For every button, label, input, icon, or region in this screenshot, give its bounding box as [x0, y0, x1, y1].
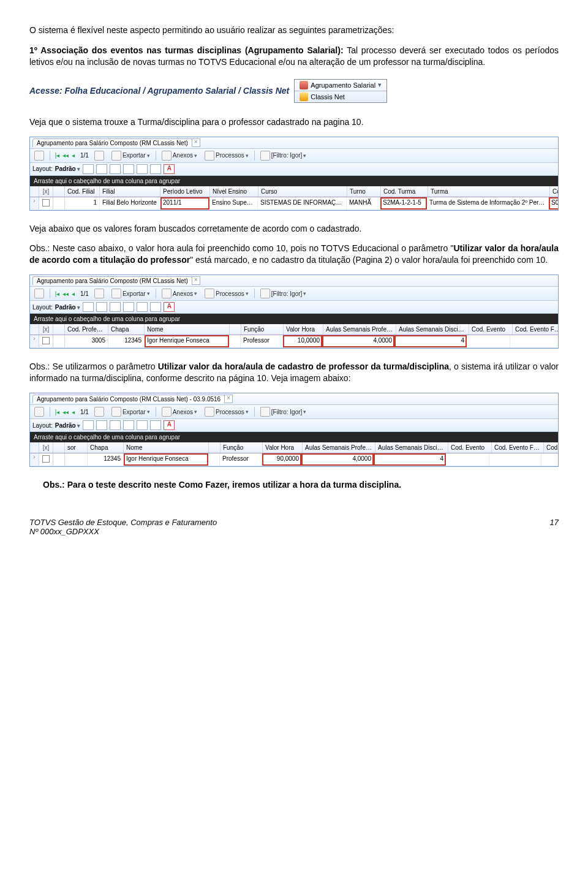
- column-header[interactable]: Cod. Disciplina: [550, 186, 559, 197]
- column-header[interactable]: Aulas Semanais Disciplina: [396, 324, 469, 335]
- group-bar[interactable]: Arraste aqui o cabeçalho de uma coluna p…: [30, 314, 558, 324]
- toolbar-button[interactable]: [92, 288, 106, 299]
- column-header[interactable]: [230, 324, 241, 335]
- layout-option[interactable]: [110, 420, 121, 430]
- column-header[interactable]: Turma: [428, 186, 550, 197]
- column-header[interactable]: Valor Hora: [284, 324, 323, 335]
- column-header[interactable]: Nome: [124, 442, 209, 453]
- processes-button[interactable]: Processos: [203, 150, 251, 161]
- column-header[interactable]: Aulas Semanais Professor: [323, 324, 396, 335]
- column-header[interactable]: Função: [241, 324, 284, 335]
- doc-icon: [34, 289, 44, 298]
- group-bar[interactable]: Arraste aqui o cabeçalho de uma coluna p…: [30, 432, 558, 442]
- layout-option[interactable]: A: [164, 420, 175, 430]
- column-header[interactable]: sor: [65, 442, 88, 453]
- column-header[interactable]: Chapa: [88, 442, 124, 453]
- layout-option[interactable]: [83, 302, 94, 312]
- column-header[interactable]: [209, 442, 221, 453]
- export-button[interactable]: Exportar: [110, 288, 152, 299]
- column-header[interactable]: Cod. Evento: [469, 324, 513, 335]
- layout-option[interactable]: [110, 302, 121, 312]
- table-row[interactable]: › 1 Filial Belo Horizonte 2011/1 Ensino …: [30, 197, 558, 210]
- column-header[interactable]: Turno: [347, 186, 381, 197]
- tab[interactable]: Agrupamento para Salário Composto (RM CL…: [32, 276, 192, 285]
- column-header[interactable]: Cod. Evento Falta: [513, 324, 559, 335]
- text: Obs.: Neste caso abaixo, o valor hora au…: [29, 243, 453, 253]
- footer-title: TOTVS Gestão de Estoque, Compras e Fatur…: [29, 518, 217, 527]
- gear-icon: [205, 289, 214, 298]
- layout-option[interactable]: [96, 302, 107, 312]
- tab[interactable]: Agrupamento para Salário Composto (RM CL…: [32, 138, 192, 147]
- layout-option[interactable]: [123, 420, 134, 430]
- filter-button[interactable]: [Filtro: Igor]: [258, 150, 309, 161]
- column-header[interactable]: Aulas Semanais Disciplina: [375, 442, 448, 453]
- layout-option[interactable]: [150, 164, 161, 174]
- cell: [467, 335, 510, 347]
- column-header[interactable]: Cod. Filial: [65, 186, 100, 197]
- column-header[interactable]: Chapa: [108, 324, 145, 335]
- attachments-button[interactable]: Anexos: [160, 406, 199, 417]
- column-header[interactable]: Cod. Professor: [65, 324, 108, 335]
- layout-option[interactable]: [83, 164, 94, 174]
- page-number: 17: [550, 518, 559, 536]
- attachments-button[interactable]: Anexos: [160, 288, 199, 299]
- layout-selector[interactable]: Padrão: [55, 422, 80, 429]
- toolbar-button[interactable]: [92, 406, 106, 417]
- close-icon[interactable]: ×: [224, 395, 233, 403]
- cell-highlighted: 4: [374, 453, 446, 466]
- toolbar-button[interactable]: [32, 150, 46, 161]
- toolbar-button[interactable]: [32, 406, 46, 417]
- column-header[interactable]: Valor Hora: [263, 442, 303, 453]
- gear-icon: [205, 151, 214, 161]
- processes-button[interactable]: Processos: [203, 406, 251, 417]
- cell: Professor: [220, 453, 262, 466]
- toolbar-button[interactable]: [32, 288, 46, 299]
- column-header[interactable]: Cod. Evento: [448, 442, 492, 453]
- table-row[interactable]: › 3005 12345 Igor Henrique Fonseca Profe…: [30, 335, 558, 348]
- layout-option[interactable]: [150, 420, 161, 430]
- column-header[interactable]: Filial: [100, 186, 160, 197]
- column-header[interactable]: Nome: [145, 324, 230, 335]
- layout-option[interactable]: [137, 164, 148, 174]
- processes-button[interactable]: Processos: [203, 288, 251, 299]
- record-nav[interactable]: |◂◂◂◂: [54, 152, 77, 159]
- column-header[interactable]: Curso: [258, 186, 347, 197]
- layout-option[interactable]: [96, 164, 107, 174]
- layout-option[interactable]: [83, 420, 94, 430]
- layout-option[interactable]: [96, 420, 107, 430]
- layout-option[interactable]: [123, 302, 134, 312]
- tab[interactable]: Agrupamento para Salário Composto (RM CL…: [32, 395, 225, 403]
- layout-selector[interactable]: Padrão: [55, 165, 80, 172]
- layout-option[interactable]: [137, 302, 148, 312]
- cell: [65, 453, 88, 466]
- layout-option[interactable]: [150, 302, 161, 312]
- record-nav[interactable]: |◂◂◂◂: [54, 290, 77, 297]
- attachments-button[interactable]: Anexos: [160, 150, 199, 161]
- toolbar-button[interactable]: [92, 150, 106, 161]
- layout-option[interactable]: A: [164, 164, 175, 174]
- column-header[interactable]: Aulas Semanais Professor: [303, 442, 375, 453]
- layout-option[interactable]: [110, 164, 121, 174]
- column-header[interactable]: Função: [221, 442, 263, 453]
- column-header[interactable]: Cod. Evento Falta: [492, 442, 544, 453]
- export-button[interactable]: Exportar: [110, 406, 152, 417]
- layout-option[interactable]: [123, 164, 134, 174]
- filter-button[interactable]: [Filtro: Igor]: [258, 288, 309, 299]
- funnel-icon: [260, 289, 270, 298]
- column-header[interactable]: Período Letivo: [160, 186, 210, 197]
- layout-selector[interactable]: Padrão: [55, 304, 80, 311]
- doc-icon: [34, 151, 44, 161]
- group-bar[interactable]: Arraste aqui o cabeçalho de uma coluna p…: [30, 176, 558, 186]
- table-row[interactable]: › 12345 Igor Henrique Fonseca Professor …: [30, 453, 558, 466]
- column-header[interactable]: Nível Ensino: [210, 186, 258, 197]
- column-header[interactable]: Cod. Evento Atraso: [544, 442, 559, 453]
- column-header[interactable]: Cod. Turma: [381, 186, 428, 197]
- close-icon[interactable]: ×: [192, 138, 200, 147]
- record-nav[interactable]: |◂◂◂◂: [54, 409, 77, 415]
- layout-option[interactable]: [137, 420, 148, 430]
- filter-button[interactable]: [Filtro: Igor]: [258, 406, 309, 417]
- layout-option[interactable]: A: [164, 302, 175, 312]
- close-icon[interactable]: ×: [192, 276, 200, 285]
- cell-highlighted: Igor Henrique Fonseca: [124, 453, 208, 466]
- export-button[interactable]: Exportar: [110, 150, 152, 161]
